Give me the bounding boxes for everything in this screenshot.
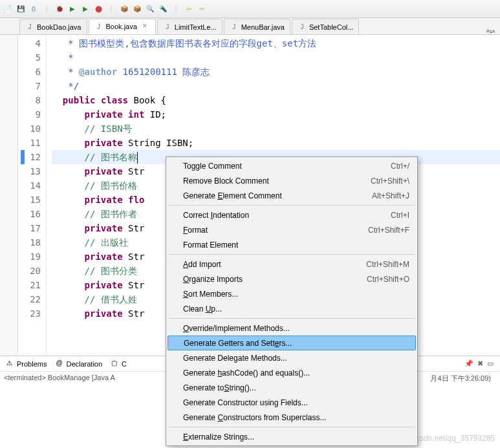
menu-item[interactable]: FormatCtrl+Shift+F xyxy=(168,222,416,237)
menu-item[interactable]: Clean Up... xyxy=(168,301,416,316)
menu-item[interactable]: Add ImportCtrl+Shift+M xyxy=(168,257,416,272)
menu-separator xyxy=(169,254,415,255)
bottom-tab[interactable]: @Declaration xyxy=(52,358,106,369)
toolbar-debug-icon[interactable]: 🐞 xyxy=(54,4,65,14)
toolbar-type-icon[interactable]: 🔍 xyxy=(145,4,155,14)
menu-separator xyxy=(169,427,415,427)
toolbar-saveall-icon[interactable]: ⎙ xyxy=(28,4,39,14)
menu-item[interactable]: Override/Implement Methods... xyxy=(168,321,416,336)
toolbar-save-icon[interactable]: 💾 xyxy=(16,4,26,14)
line-number: 6 xyxy=(18,65,41,79)
line-number: 23 xyxy=(18,306,41,321)
bottom-tab-label: Declaration xyxy=(66,360,102,368)
code-line[interactable]: * xyxy=(52,50,500,65)
menu-item[interactable]: Remove Block CommentCtrl+Shift+\ xyxy=(168,173,416,188)
toolbar-fwd-icon[interactable]: ⇨ xyxy=(197,4,207,14)
code-line[interactable]: private int ID; xyxy=(52,107,500,122)
minimize-icon[interactable]: ▭ xyxy=(487,359,494,368)
menu-item[interactable]: Externalize Strings... xyxy=(168,429,416,444)
toolbar-search-icon[interactable]: 🔦 xyxy=(158,4,168,14)
menu-item[interactable]: Generate toString()... xyxy=(168,380,416,395)
bottom-tab[interactable]: ⚠Problems xyxy=(3,358,50,369)
line-gutter: 4567891011121314151617181920212223 xyxy=(18,35,47,356)
editor-tab[interactable]: JSetTableCol... xyxy=(292,19,359,34)
code-line[interactable]: public class Book { xyxy=(52,93,500,107)
pin-icon[interactable]: 📌 xyxy=(464,359,473,368)
menu-label: Add Import xyxy=(183,260,366,269)
tab-icon: ⚠ xyxy=(6,359,15,368)
menu-item[interactable]: Generate Getters and Setters... xyxy=(168,336,416,350)
source-context-menu: Toggle CommentCtrl+/Remove Block Comment… xyxy=(166,156,418,446)
toolbar-run-icon[interactable]: ▶ xyxy=(67,4,78,14)
menu-item[interactable]: Generate Constructor using Fields... xyxy=(168,395,416,410)
bottom-tab[interactable]: ▢C xyxy=(107,358,131,369)
code-line[interactable]: */ xyxy=(52,79,500,93)
menu-label: Generate Getters and Setters... xyxy=(184,339,409,348)
tab-label: SetTableCol... xyxy=(309,23,353,31)
menu-item[interactable]: Format Element xyxy=(168,237,416,252)
menu-item[interactable]: Sort Members... xyxy=(168,286,416,301)
highlight-marker xyxy=(21,150,25,164)
line-number: 18 xyxy=(18,235,41,250)
menu-label: Externalize Strings... xyxy=(183,432,409,442)
java-file-icon: J xyxy=(230,23,239,32)
line-number: 20 xyxy=(18,264,41,278)
menu-item[interactable]: Generate hashCode() and equals()... xyxy=(168,365,416,380)
menu-item[interactable]: Correct IndentationCtrl+I xyxy=(168,208,416,222)
menu-label: Generate Delegate Methods... xyxy=(183,354,409,363)
editor-tab[interactable]: JMenuBar.java xyxy=(224,19,290,34)
menu-label: Override/Implement Methods... xyxy=(183,324,409,333)
code-line[interactable]: private String ISBN; xyxy=(52,136,500,150)
menu-shortcut: Alt+Shift+J xyxy=(372,191,409,200)
menu-item[interactable]: Generate Constructors from Superclass... xyxy=(168,410,416,425)
code-line[interactable]: * @author 1651200111 陈彦志 xyxy=(52,65,500,79)
menu-label: Remove Block Comment xyxy=(183,176,371,186)
menu-separator xyxy=(169,205,415,206)
menu-label: Sort Members... xyxy=(183,290,409,299)
tab-label: BookDao.java xyxy=(37,23,82,31)
menu-item[interactable]: Generate Delegate Methods... xyxy=(168,350,416,365)
tabs-overflow[interactable]: »₁₈ xyxy=(481,27,500,34)
toolbar-sep3: | xyxy=(171,4,181,14)
menu-label: Generate hashCode() and equals()... xyxy=(183,368,409,378)
toolbar-pkg-icon[interactable]: 📦 xyxy=(119,4,129,14)
toolbar-new-icon[interactable]: 📄 xyxy=(3,4,13,14)
code-line[interactable]: // ISBN号 xyxy=(52,122,500,136)
menu-label: Format xyxy=(183,226,368,235)
line-number: 17 xyxy=(18,221,41,235)
menu-label: Correct Indentation xyxy=(183,211,391,220)
bottom-tab-label: Problems xyxy=(17,360,47,368)
menu-item[interactable]: Generate Element CommentAlt+Shift+J xyxy=(168,188,416,203)
tab-icon: ▢ xyxy=(111,359,120,368)
toolbar-sep2: | xyxy=(106,4,116,14)
toolbar-ext-icon[interactable]: ⬤ xyxy=(93,4,103,14)
code-line[interactable]: * 图书模型类,包含数据库图书表各对应的字段get、set方法 xyxy=(52,36,500,50)
editor-tab[interactable]: JBook.java✕ xyxy=(89,19,156,34)
line-number: 9 xyxy=(18,107,41,122)
toolbar-runext-icon[interactable]: ▶ xyxy=(80,4,91,14)
java-file-icon: J xyxy=(163,23,172,32)
line-number: 4 xyxy=(18,36,41,50)
menu-shortcut: Ctrl+Shift+\ xyxy=(371,176,409,186)
toolbar-pkg2-icon[interactable]: 📦 xyxy=(132,4,142,14)
menu-separator xyxy=(169,318,415,319)
menu-item[interactable]: Toggle CommentCtrl+/ xyxy=(168,158,416,173)
line-number: 16 xyxy=(18,207,41,221)
editor-tab[interactable]: JLimitTextLe... xyxy=(157,19,223,34)
menu-shortcut: Ctrl+Shift+F xyxy=(368,226,409,235)
line-number: 7 xyxy=(18,79,41,93)
tab-icon: @ xyxy=(56,359,64,368)
menu-item[interactable]: Organize ImportsCtrl+Shift+O xyxy=(168,272,416,286)
menu-label: Organize Imports xyxy=(183,275,367,284)
bottom-tab-label: C xyxy=(122,360,127,368)
tab-label: MenuBar.java xyxy=(241,23,285,31)
line-number: 11 xyxy=(18,136,41,150)
menu-shortcut: Ctrl+I xyxy=(391,211,409,220)
line-number: 22 xyxy=(18,292,41,306)
toolbar-back-icon[interactable]: ⇦ xyxy=(184,4,194,14)
line-number: 14 xyxy=(18,178,41,193)
editor-tab[interactable]: JBookDao.java xyxy=(19,19,87,34)
main-toolbar: 📄 💾 ⎙ | 🐞 ▶ ▶ ⬤ | 📦 📦 🔍 🔦 | ⇦ ⇨ xyxy=(0,0,500,18)
tab-close-icon[interactable]: ✕ xyxy=(142,23,150,30)
close-console-icon[interactable]: ✖ xyxy=(477,359,483,368)
